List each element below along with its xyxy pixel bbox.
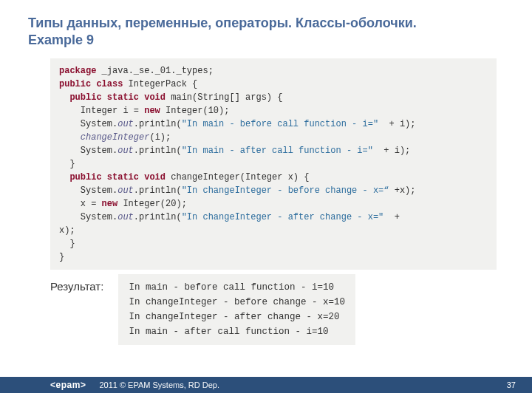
string-literal: "In main - before call function - i=" bbox=[182, 119, 378, 129]
code-text: +x); bbox=[389, 185, 416, 196]
out-field: out bbox=[117, 212, 134, 222]
code-text: System. bbox=[59, 212, 117, 222]
out-field: out bbox=[117, 185, 134, 196]
string-literal: "In changeInteger - before change - x=“ bbox=[182, 185, 389, 196]
code-text: + i); bbox=[378, 119, 415, 129]
result-label: Результат: bbox=[50, 280, 103, 293]
code-text: + i); bbox=[373, 146, 410, 156]
code-text: System. bbox=[59, 146, 117, 156]
code-block: package _java._se._01._types; public cla… bbox=[50, 58, 497, 270]
slide-title: Типы данных, переменные, операторы. Клас… bbox=[0, 0, 532, 54]
method-call: changeInteger bbox=[81, 132, 150, 143]
code-text: .println( bbox=[134, 185, 182, 196]
title-line1: Типы данных, переменные, операторы. Клас… bbox=[28, 16, 417, 30]
code-text bbox=[59, 132, 81, 143]
code-text: .println( bbox=[134, 119, 182, 129]
title-line2: Example 9 bbox=[28, 33, 94, 47]
code-text: System. bbox=[59, 185, 117, 196]
code-text: Integer(10); bbox=[160, 106, 230, 116]
code-text: } bbox=[59, 252, 64, 262]
code-text: .println( bbox=[134, 146, 182, 156]
string-literal: "In changeInteger - after change - x=" bbox=[182, 212, 384, 222]
code-text: } bbox=[59, 239, 75, 249]
page-number: 37 bbox=[507, 381, 516, 389]
code-text: Integer(20); bbox=[117, 199, 187, 209]
kw-psv: public static void bbox=[59, 172, 166, 183]
kw-new: new bbox=[102, 199, 118, 209]
out-field: out bbox=[117, 146, 134, 156]
code-text: changeInteger(Integer x) { bbox=[166, 172, 309, 183]
code-text: x); bbox=[59, 225, 75, 236]
footer-bar: epam 2011 © EPAM Systems, RD Dep. 37 bbox=[0, 377, 532, 393]
code-text: IntegerPack { bbox=[123, 79, 197, 89]
code-text: .println( bbox=[134, 212, 182, 222]
code-text: + bbox=[383, 212, 400, 222]
result-row: Результат: In main - before call functio… bbox=[0, 274, 532, 345]
kw-public-class: public class bbox=[59, 79, 123, 89]
kw-package: package bbox=[59, 66, 96, 76]
output-line: In main - before call function - i=10 bbox=[129, 282, 334, 293]
kw-psvm: public static void bbox=[59, 92, 166, 103]
code-text: main(String[] args) { bbox=[166, 92, 282, 103]
code-text: _java._se._01._types; bbox=[96, 66, 213, 76]
out-field: out bbox=[117, 119, 134, 129]
string-literal: "In main - after call function - i=" bbox=[182, 146, 373, 156]
code-text: System. bbox=[59, 119, 117, 129]
code-text: (i); bbox=[149, 132, 171, 143]
output-block: In main - before call function - i=10 In… bbox=[118, 274, 355, 345]
output-line: In changeInteger - after change - x=20 bbox=[129, 312, 339, 322]
code-text: x = bbox=[59, 199, 102, 209]
output-line: In changeInteger - before change - x=10 bbox=[129, 297, 345, 307]
copyright: 2011 © EPAM Systems, RD Dep. bbox=[99, 381, 219, 389]
output-line: In main - after call function - i=10 bbox=[129, 327, 328, 337]
epam-logo: epam bbox=[50, 380, 86, 390]
kw-new: new bbox=[144, 106, 160, 116]
code-text: } bbox=[59, 159, 75, 169]
code-text: Integer i = bbox=[59, 106, 144, 116]
